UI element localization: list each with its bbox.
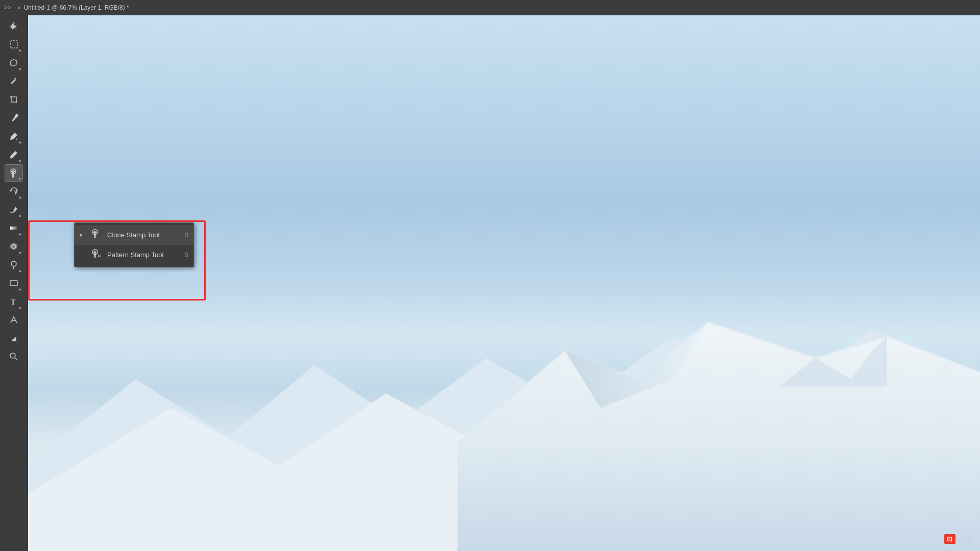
canvas-area: ■ Clone Stamp Tool S: [28, 15, 980, 551]
svg-rect-13: [10, 281, 17, 286]
eraser-tool-button[interactable]: ▶: [5, 201, 23, 218]
svg-rect-18: [94, 231, 96, 235]
check-icon: ■: [80, 233, 85, 238]
eyedropper-tool-button[interactable]: [5, 109, 23, 127]
svg-rect-5: [11, 171, 15, 172]
submenu-arrow-healing: ▶: [19, 140, 22, 144]
canvas-image: [28, 283, 980, 551]
svg-rect-8: [12, 174, 14, 178]
pattern-stamp-shortcut: S: [184, 252, 188, 259]
expand-panels-button[interactable]: >>: [4, 4, 11, 11]
clone-stamp-tool-button[interactable]: ▶: [5, 164, 23, 182]
pen-tool-button[interactable]: [5, 311, 23, 329]
gradient-tool-button[interactable]: ▶: [5, 219, 23, 237]
submenu-arrow-history: ▶: [19, 195, 22, 199]
tab-close-button[interactable]: ×: [17, 5, 20, 11]
title-bar: >> × Untitled-1 @ 66.7% (Layer 1, RGB/8)…: [0, 0, 980, 15]
history-brush-tool-button[interactable]: ▶: [5, 183, 23, 200]
type-tool-button[interactable]: T ▶: [5, 293, 23, 310]
svg-point-15: [10, 353, 15, 358]
svg-point-30: [100, 255, 101, 256]
svg-text:T: T: [11, 298, 16, 306]
pattern-stamp-label: Pattern Stamp Tool: [107, 251, 179, 259]
submenu-arrow-dodge: ▶: [19, 269, 22, 272]
submenu-arrow-gradient: ▶: [19, 232, 22, 236]
lasso-tool-button[interactable]: ▶: [5, 54, 23, 71]
hand-tool-button[interactable]: [5, 330, 23, 347]
svg-point-11: [11, 261, 16, 266]
dodge-tool-button[interactable]: ▶: [5, 256, 23, 273]
svg-rect-25: [93, 252, 97, 253]
clone-stamp-shortcut: S: [184, 232, 188, 239]
document-tab-title: Untitled-1 @ 66.7% (Layer 1, RGB/8) *: [23, 4, 129, 11]
submenu-arrow-eraser: ▶: [19, 214, 22, 217]
xda-watermark: ⊡ XDA: [944, 534, 973, 544]
brush-tool-button[interactable]: ▶: [5, 146, 23, 163]
clone-stamp-label: Clone Stamp Tool: [107, 231, 179, 239]
clone-stamp-tool-menu-item[interactable]: ■ Clone Stamp Tool S: [75, 225, 193, 245]
svg-text:+: +: [15, 137, 18, 141]
pattern-stamp-tool-menu-item[interactable]: Pattern Stamp Tool S: [75, 245, 193, 265]
svg-point-31: [98, 256, 99, 257]
pattern-stamp-tool-icon: [90, 248, 102, 262]
submenu-arrow-stamp: ▶: [19, 177, 21, 180]
submenu-arrow-brush: ▶: [19, 159, 22, 162]
svg-line-16: [15, 358, 17, 360]
main-area: ▶ ▶ + ▶ ▶: [0, 15, 980, 551]
svg-rect-0: [10, 41, 17, 48]
submenu-arrow-shape: ▶: [19, 287, 22, 291]
toolbar: ▶ ▶ + ▶ ▶: [0, 15, 28, 551]
submenu-arrow-marquee: ▶: [19, 48, 22, 52]
crop-tool-button[interactable]: [5, 91, 23, 108]
magic-wand-tool-button[interactable]: [5, 72, 23, 90]
blur-tool-button[interactable]: ▶: [5, 238, 23, 255]
svg-rect-9: [10, 227, 17, 230]
xda-logo-icon: ⊡: [944, 534, 955, 544]
healing-brush-tool-button[interactable]: + ▶: [5, 128, 23, 145]
rectangle-tool-button[interactable]: ▶: [5, 274, 23, 292]
flyout-menu: ■ Clone Stamp Tool S: [74, 222, 194, 267]
submenu-arrow-type: ▶: [19, 306, 22, 309]
svg-rect-22: [94, 235, 96, 238]
clone-stamp-tool-icon: [90, 228, 102, 242]
marquee-tool-button[interactable]: ▶: [5, 36, 23, 53]
move-tool-button[interactable]: [5, 17, 23, 35]
svg-rect-19: [93, 232, 97, 233]
svg-rect-24: [94, 251, 96, 255]
xda-logo-text: XDA: [958, 535, 973, 543]
submenu-arrow-blur: ▶: [19, 251, 22, 254]
svg-rect-4: [12, 170, 14, 175]
svg-point-32: [100, 256, 101, 257]
submenu-arrow-lasso: ▶: [19, 67, 22, 70]
svg-point-1: [15, 78, 16, 80]
svg-point-29: [98, 255, 99, 256]
zoom-tool-button[interactable]: [5, 348, 23, 365]
svg-rect-28: [94, 255, 96, 258]
